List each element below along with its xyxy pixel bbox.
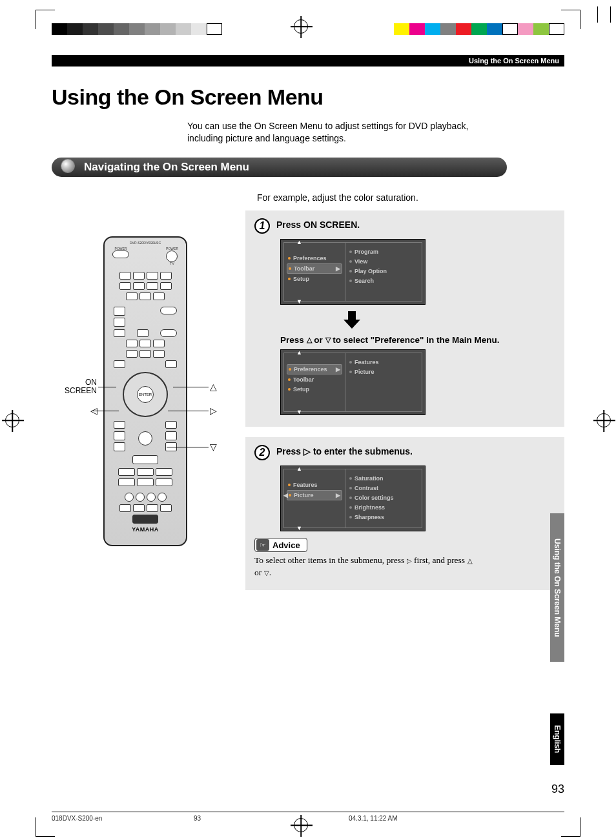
- tv-input-button: [160, 307, 177, 314]
- down-arrow-icon: [345, 311, 359, 328]
- page-number: 93: [551, 783, 564, 796]
- osd-right-item: Play Option: [348, 267, 419, 276]
- osd-right-item: Saturation: [348, 474, 419, 483]
- power-button-icon: [112, 251, 129, 258]
- section-heading-label: Navigating the On Screen Menu: [52, 158, 507, 177]
- right-triangle-icon: ▷: [407, 557, 412, 564]
- advice-box: ☞ Advice: [254, 538, 307, 552]
- side-tab-language: English: [550, 713, 564, 765]
- sleep-button: [160, 329, 177, 337]
- registration-mark: [5, 413, 19, 427]
- osd-left-item: Picture▶◀: [287, 490, 342, 500]
- page-title: Using the On Screen Menu: [52, 85, 564, 110]
- bullet-orb-icon: [61, 159, 75, 173]
- scroll-down-icon: ▼: [296, 525, 302, 531]
- side-tab-section: Using the On Screen Menu: [550, 513, 564, 662]
- osd-left-item: Preferences: [287, 254, 342, 263]
- right-triangle-icon: ▷: [303, 446, 311, 456]
- osd-right-item: Features: [348, 358, 419, 367]
- osd-left-item: Features: [287, 480, 342, 489]
- power-label: POWER: [112, 247, 129, 251]
- brand-logo: YAMAHA: [108, 526, 182, 533]
- osd-right-item: Color settings: [348, 493, 419, 502]
- amp-button: [132, 455, 158, 464]
- osd-right-item: Sharpness: [348, 513, 419, 522]
- osd-right-item: Picture: [348, 367, 419, 376]
- color-strip: [394, 23, 564, 35]
- footer-page: 93: [194, 815, 349, 822]
- page-content: Using the On Screen Menu Using the On Sc…: [52, 48, 564, 801]
- registration-mark: [294, 19, 308, 34]
- step1-title: Press ON SCREEN.: [276, 220, 360, 230]
- osd-right-item: Program: [348, 247, 419, 256]
- footer-timestamp: 04.3.1, 11:22 AM: [349, 815, 564, 822]
- running-header: Using the On Screen Menu: [52, 55, 564, 67]
- osd-left-item: Setup: [287, 274, 342, 283]
- down-triangle-marker: ▽: [210, 442, 217, 452]
- up-triangle-icon: △: [467, 557, 473, 564]
- lead-line: [167, 447, 209, 447]
- osd-menu-2: ▲ Preferences▶ToolbarSetup FeaturesPictu…: [280, 349, 426, 415]
- callout-label: ON SCREEN: [65, 378, 97, 395]
- down-triangle-icon: ▽: [264, 569, 269, 577]
- on-screen-button-icon: [114, 360, 125, 368]
- step2-title: Press ▷ to enter the submenus.: [276, 446, 413, 456]
- section-heading: Navigating the On Screen Menu: [52, 156, 564, 178]
- steps-column: 1 Press ON SCREEN. ▲ PreferencesToolbar▶…: [245, 210, 564, 600]
- lead-line: [173, 387, 209, 387]
- advice-label: Advice: [272, 540, 300, 550]
- lead-line: [168, 411, 209, 411]
- osd-left-item: Toolbar▶: [287, 263, 342, 274]
- step1-sub-instruction: Press △ or ▽ to select "Preference" in t…: [280, 334, 555, 346]
- osd-left-item: Setup: [287, 385, 342, 394]
- remote-model: DVR-S200/VS90USC: [108, 241, 182, 245]
- example-line: For example, adjust the color saturation…: [257, 192, 564, 203]
- dpad-icon: ENTER: [123, 372, 168, 417]
- tv-power-button-icon: [166, 251, 178, 262]
- cinema-button: [132, 515, 158, 524]
- osd-right-item: Brightness: [348, 503, 419, 512]
- step-number-1: 1: [254, 218, 270, 234]
- up-triangle-icon: △: [307, 335, 312, 344]
- step-number-2: 2: [254, 445, 270, 460]
- osd-right-item: Contrast: [348, 484, 419, 493]
- mute-button-icon: [138, 431, 152, 446]
- right-triangle-marker: ▷: [210, 405, 217, 416]
- callout-on-screen: ON SCREEN: [58, 378, 97, 395]
- osd-right-item: View: [348, 257, 419, 266]
- advice-text: To select other items in the submenu, pr…: [254, 555, 474, 578]
- remote-control-illustration: DVR-S200/VS90USC POWER POWER TV: [103, 236, 187, 546]
- lead-line: [92, 411, 119, 411]
- hand-icon: ☞: [256, 539, 269, 551]
- osd-left-item: Toolbar: [287, 375, 342, 384]
- remote-illustration-column: ON SCREEN DVR-S200/VS90USC POWER POWER T…: [52, 210, 245, 600]
- intro-paragraph: You can use the On Screen Menu to adjust…: [187, 120, 491, 145]
- step1-panel: 1 Press ON SCREEN. ▲ PreferencesToolbar▶…: [245, 210, 564, 427]
- registration-mark: [597, 413, 611, 427]
- osd-menu-1: ▲ PreferencesToolbar▶Setup ProgramViewPl…: [280, 239, 426, 305]
- down-triangle-icon: ▽: [325, 335, 331, 344]
- step2-panel: 2 Press ▷ to enter the submenus. ▲ Featu…: [245, 437, 564, 589]
- footer-doc: 018DVX-S200-en: [52, 815, 194, 822]
- osd-right-item: Search: [348, 276, 419, 285]
- osd-menu-3: ▲ FeaturesPicture▶◀ SaturationContrastCo…: [280, 466, 426, 531]
- tick: [610, 6, 611, 23]
- grayscale-strip: [52, 23, 222, 35]
- osd-left-item: Preferences▶: [287, 364, 342, 374]
- lead-line: [98, 387, 116, 387]
- footer: 018DVX-S200-en 93 04.3.1, 11:22 AM: [52, 812, 564, 822]
- up-triangle-marker: △: [210, 382, 217, 392]
- tv-label: TV: [166, 262, 178, 265]
- scroll-down-icon: ▼: [296, 298, 302, 305]
- tick: [597, 6, 598, 23]
- scroll-down-icon: ▼: [296, 409, 302, 415]
- enter-button-icon: ENTER: [137, 386, 154, 403]
- power-label: POWER: [166, 247, 178, 251]
- printer-marks-top: [0, 6, 616, 32]
